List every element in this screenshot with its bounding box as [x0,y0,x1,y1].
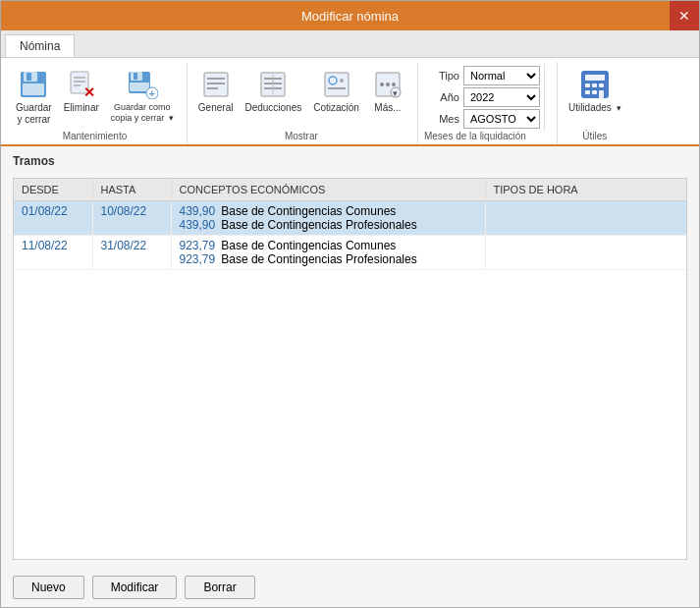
cell-conceptos-1: 439,90 Base de Contingencias Comunes 439… [171,201,485,236]
svg-point-29 [380,83,384,86]
deducciones-button[interactable]: Deducciones [240,66,306,117]
mostrar-label: Mostrar [285,131,318,144]
cell-hasta-1: 10/08/22 [92,201,171,236]
cell-desde-1: 01/08/22 [14,201,92,236]
modificar-button[interactable]: Modificar [92,576,178,599]
concept-line-2a: 923,79 Base de Contingencias Comunes [180,239,477,252]
svg-text:✕: ✕ [83,84,95,99]
guardar-cerrar-button[interactable]: Guardary cerrar [11,66,57,129]
tramos-table-wrapper: DESDE HASTA CONCEPTOS ECONÓMICOS TIPOS D… [13,178,687,560]
amount-2b: 923,79 [180,252,216,266]
cotizacion-icon [321,69,352,100]
calculator-icon [579,69,611,100]
close-button[interactable]: ✕ [670,1,699,30]
svg-rect-40 [592,90,597,94]
svg-rect-15 [204,73,228,96]
window-title: Modificar nómina [301,9,399,24]
utiles-label: Útiles [582,131,607,144]
svg-rect-39 [585,90,590,94]
svg-rect-11 [134,73,137,80]
table-row[interactable]: 01/08/22 10/08/22 439,90 Base de Conting… [14,201,686,236]
ribbon-group-mostrar: General Deducciones [189,62,418,144]
tipo-select[interactable]: Normal [463,66,540,85]
deducciones-icon [257,69,289,100]
mas-label: Más... [374,102,401,114]
guardar-copia-label: Guardar comocopia y cerrar ▾ [111,102,174,124]
ribbon-buttons-mantenimiento: Guardary cerrar ✕ Eliminar [11,64,179,131]
concept-line-1b: 439,90 Base de Contingencias Profesional… [180,218,477,232]
title-bar: Modificar nómina ✕ [1,1,699,30]
ribbon-group-utilidades: Utilidades ▾ Útiles [560,62,634,144]
concept-line-1a: 439,90 Base de Contingencias Comunes [180,204,477,218]
cell-conceptos-2: 923,79 Base de Contingencias Comunes 923… [171,236,485,270]
mes-select[interactable]: AGOSTO [463,109,540,129]
mes-field: Mes AGOSTO [428,109,540,129]
anio-select[interactable]: 2022 [463,87,540,107]
anio-label: Año [428,91,459,103]
cell-desde-2: 11/08/22 [14,236,92,270]
svg-rect-38 [599,83,604,87]
tipo-field: Tipo Normal [428,66,540,85]
svg-rect-35 [585,75,605,81]
cotizacion-button[interactable]: Cotización [308,66,364,117]
svg-point-26 [340,79,344,83]
desc-1a: Base de Contingencias Comunes [221,204,396,218]
borrar-button[interactable]: Borrar [185,576,254,599]
general-label: General [198,102,234,114]
mas-icon: ▾ [372,69,404,100]
save-copy-icon: + [127,69,158,100]
guardar-cerrar-label: Guardary cerrar [16,102,52,126]
svg-rect-24 [325,73,349,96]
svg-text:▾: ▾ [393,88,398,98]
footer: Nuevo Modificar Borrar [1,568,699,607]
eliminar-button[interactable]: ✕ Eliminar [59,66,104,117]
cell-tipos-1 [485,201,686,236]
section-title: Tramos [13,154,687,168]
guardar-copia-button[interactable]: + Guardar comocopia y cerrar ▾ [106,66,179,127]
amount-2a: 923,79 [180,239,216,252]
tab-bar: Nómina [1,30,699,58]
tramos-table: DESDE HASTA CONCEPTOS ECONÓMICOS TIPOS D… [14,179,686,270]
main-content: Tramos DESDE HASTA CONCEPTOS ECONÓMICOS … [1,146,699,568]
save-icon [18,69,49,100]
desc-2b: Base de Contingencias Profesionales [221,252,416,266]
col-hasta: HASTA [92,179,171,201]
general-icon [200,69,232,100]
svg-rect-2 [27,73,31,81]
utilidades-label: Utilidades ▾ [568,102,621,114]
tipo-label: Tipo [428,70,459,82]
mas-button[interactable]: ▾ Más... [366,66,409,117]
general-button[interactable]: General [193,66,239,117]
amount-1a: 439,90 [180,204,216,218]
cell-hasta-2: 31/08/22 [92,236,171,270]
mantenimiento-label: Mantenimiento [63,131,128,144]
svg-rect-41 [599,90,604,98]
meses-label: Meses de la liquidación [424,131,526,144]
svg-point-30 [386,83,390,86]
svg-rect-12 [130,83,149,91]
amount-1b: 439,90 [180,218,216,232]
utilidades-button[interactable]: Utilidades ▾ [564,66,626,117]
nuevo-button[interactable]: Nuevo [13,576,84,599]
svg-rect-3 [23,83,44,95]
svg-rect-37 [592,83,597,87]
desc-1b: Base de Contingencias Profesionales [221,218,416,232]
anio-field: Año 2022 [428,87,540,107]
eliminar-label: Eliminar [64,102,99,114]
table-row[interactable]: 11/08/22 31/08/22 923,79 Base de Conting… [14,236,686,270]
col-desde: DESDE [14,179,92,201]
delete-icon: ✕ [66,69,97,100]
table-header-row: DESDE HASTA CONCEPTOS ECONÓMICOS TIPOS D… [14,179,686,201]
ribbon-buttons-mostrar: General Deducciones [193,64,409,131]
concept-line-2b: 923,79 Base de Contingencias Profesional… [180,252,477,266]
svg-text:+: + [148,87,154,99]
tab-nomina[interactable]: Nómina [5,34,75,57]
ribbon-group-meses: Tipo Normal Año 2022 Mes AGOSTO [420,62,558,144]
col-conceptos: CONCEPTOS ECONÓMICOS [171,179,485,201]
svg-point-31 [392,83,396,86]
col-tipos: TIPOS DE HORA [485,179,686,201]
mes-label: Mes [428,113,459,125]
ribbon-group-mantenimiento: Guardary cerrar ✕ Eliminar [7,62,188,144]
deducciones-label: Deducciones [244,102,301,114]
svg-rect-36 [585,83,590,87]
